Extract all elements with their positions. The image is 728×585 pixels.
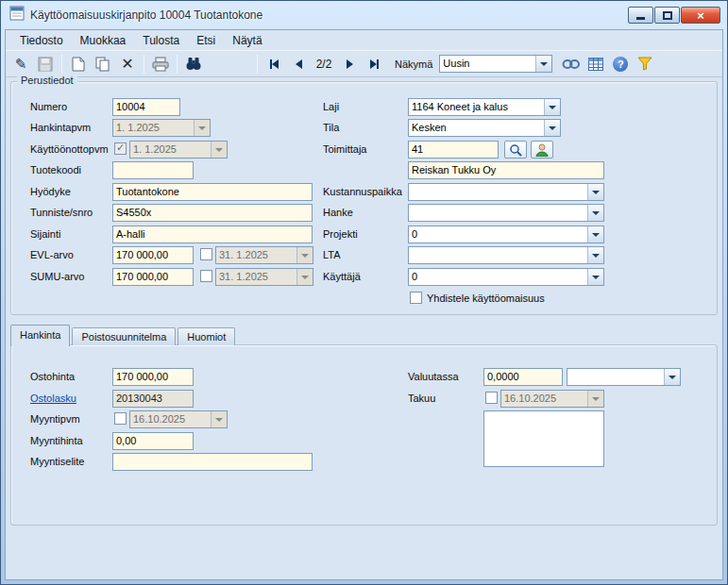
first-record-button[interactable] [262, 54, 285, 75]
tuotekoodi-field[interactable] [112, 161, 194, 179]
title-bar[interactable]: Käyttöomaisuuskirjanpito 10004 Tuotantok… [1, 1, 727, 29]
kustannuspaikka-dropdown-button[interactable] [587, 184, 603, 200]
tab-huomiot[interactable]: Huomiot [178, 327, 235, 345]
laji-dropdown-button[interactable] [544, 99, 560, 115]
toolbar-separator [257, 55, 258, 74]
hankintapvm-dropdown-button[interactable] [194, 120, 210, 136]
evl-arvo-field[interactable]: 170 000,00 [112, 246, 194, 264]
copy-button[interactable] [92, 54, 114, 75]
sijainti-label: Sijainti [30, 226, 60, 242]
lta-dropdown-button[interactable] [587, 247, 603, 263]
menu-nayta[interactable]: Näytä [224, 32, 270, 49]
grid-icon [588, 58, 603, 71]
kustannuspaikka-label: Kustannuspaikka [323, 183, 402, 200]
tila-dropdown-button[interactable] [544, 120, 560, 136]
next-record-button[interactable] [338, 54, 361, 75]
toimittaja-field[interactable]: 41 [408, 141, 499, 159]
tunniste-field[interactable]: S4550x [112, 204, 313, 222]
toimittaja-label: Toimittaja [323, 141, 366, 158]
previous-record-button[interactable] [287, 54, 310, 75]
evl-date-checkbox[interactable] [200, 248, 212, 260]
hanke-label: Hanke [323, 204, 353, 221]
link-icon [562, 58, 581, 70]
numero-field[interactable]: 10004 [112, 98, 180, 116]
printer-icon [152, 57, 169, 72]
link-button[interactable] [560, 54, 583, 75]
app-window: Käyttöomaisuuskirjanpito 10004 Tuotantok… [0, 0, 728, 585]
print-button[interactable] [149, 54, 172, 75]
maximize-button[interactable] [654, 7, 680, 24]
laji-label: Laji [323, 98, 339, 115]
new-button[interactable] [67, 54, 90, 75]
hanke-dropdown-button[interactable] [587, 205, 603, 221]
kayttaja-select[interactable]: 0 [408, 268, 604, 286]
kayttoonottopvm-checkbox[interactable] [114, 142, 127, 155]
perustiedot-title: Perustiedot [17, 75, 77, 86]
evl-date-field[interactable]: 31. 1.2025 [215, 246, 313, 264]
hyodyke-field[interactable]: Tuotantokone [112, 183, 313, 201]
window-title: Käyttöomaisuuskirjanpito 10004 Tuotantok… [30, 8, 262, 22]
help-button[interactable]: ? [609, 54, 632, 75]
save-button[interactable] [34, 54, 57, 75]
caption-buttons: × [627, 7, 720, 24]
filter-button[interactable] [634, 54, 656, 75]
person-icon [535, 143, 549, 157]
sumu-date-checkbox[interactable] [200, 270, 212, 282]
view-select[interactable]: Uusin [439, 55, 552, 73]
hankintapvm-field[interactable]: 1. 1.2025 [112, 119, 211, 137]
tila-select[interactable]: Kesken [408, 119, 561, 137]
laji-select[interactable]: 1164 Koneet ja kalus [408, 98, 561, 116]
delete-icon: ✕ [121, 57, 133, 72]
menu-tulosta[interactable]: Tulosta [134, 32, 188, 49]
client-area: Tiedosto Muokkaa Tulosta Etsi Näytä ✎ ✕ [5, 29, 723, 580]
last-record-icon [370, 59, 377, 69]
yhdistele-label: Yhdistele käyttöomaisuus [427, 290, 545, 307]
kayttoonottopvm-dropdown-button[interactable] [211, 142, 227, 158]
kustannuspaikka-select[interactable] [408, 183, 604, 201]
previous-record-icon [296, 59, 302, 69]
sijainti-field[interactable]: A-halli [112, 226, 313, 243]
minimize-button[interactable] [628, 7, 653, 24]
projekti-dropdown-button[interactable] [587, 226, 603, 242]
sumu-date-field[interactable]: 31. 1.2025 [215, 268, 313, 286]
last-record-button[interactable] [363, 54, 385, 75]
chevron-down-icon [198, 126, 206, 130]
kayttoonottopvm-field[interactable]: 1. 1.2025 [129, 141, 228, 159]
help-icon: ? [613, 57, 628, 72]
tunniste-label: Tunniste/snro [30, 204, 93, 221]
sumu-arvo-field[interactable]: 170 000,00 [112, 268, 194, 286]
yhdistele-checkbox[interactable] [410, 292, 422, 304]
view-select-button[interactable] [535, 56, 551, 72]
minimize-icon [636, 17, 645, 20]
projekti-select[interactable]: 0 [408, 226, 604, 243]
binoculars-icon [185, 57, 202, 71]
grid-view-button[interactable] [584, 54, 607, 75]
hanke-select[interactable] [408, 204, 604, 222]
chevron-down-icon [592, 254, 600, 258]
hankinta-panel [10, 344, 718, 526]
edit-button[interactable]: ✎ [9, 54, 32, 75]
menu-tiedosto[interactable]: Tiedosto [11, 32, 72, 49]
menu-etsi[interactable]: Etsi [188, 32, 224, 49]
chevron-down-icon [540, 62, 548, 66]
close-icon: × [697, 8, 704, 23]
menu-muokkaa[interactable]: Muokkaa [72, 32, 135, 49]
lta-select[interactable] [408, 246, 604, 264]
chevron-down-icon [549, 106, 556, 109]
hyodyke-label: Hyödyke [30, 183, 71, 200]
delete-button[interactable]: ✕ [116, 54, 139, 75]
tab-poistosuunnitelma[interactable]: Poistosuunnitelma [72, 327, 176, 345]
toolbar-separator [61, 55, 62, 74]
chevron-down-icon [592, 211, 600, 215]
tuotekoodi-label: Tuotekoodi [30, 161, 81, 178]
sumu-arvo-label: SUMU-arvo [30, 268, 84, 285]
find-button[interactable] [182, 54, 205, 75]
toimittaja-card-button[interactable] [531, 141, 553, 159]
sumu-date-dropdown-button[interactable] [296, 269, 313, 285]
evl-date-dropdown-button[interactable] [296, 247, 313, 263]
filter-icon [637, 57, 652, 71]
toimittaja-search-button[interactable] [504, 141, 527, 159]
tab-hankinta[interactable]: Hankinta [10, 325, 70, 346]
kayttaja-dropdown-button[interactable] [587, 269, 603, 285]
close-button[interactable]: × [681, 7, 720, 24]
